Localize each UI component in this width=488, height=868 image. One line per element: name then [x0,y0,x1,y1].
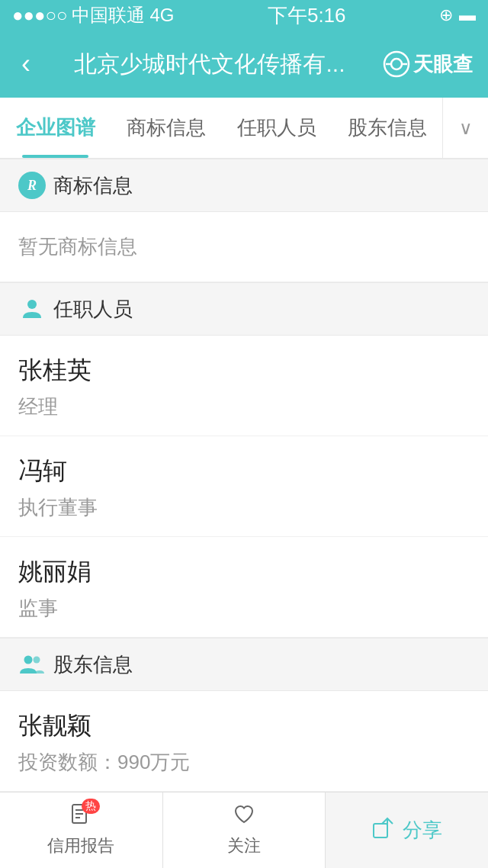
tab-trademark[interactable]: 商标信息 [111,98,221,158]
follow-icon [233,803,255,831]
person-item: 冯轲 执行董事 [0,436,488,537]
shareholders-section-header: 股东信息 [0,638,488,691]
back-button[interactable]: ‹ [15,47,37,81]
shareholder-name: 张靓颖 [18,709,470,743]
shareholders-section-title: 股东信息 [53,651,133,678]
nav-follow[interactable]: 关注 [163,792,326,868]
trademark-section-header: R 商标信息 [0,159,488,212]
person-role: 执行董事 [18,494,470,521]
share-button[interactable]: 分享 [326,792,488,868]
shareholders-svg [18,652,46,677]
personnel-section-header: 任职人员 [0,282,488,336]
network-type: 4G [149,5,174,26]
person-name: 姚丽娟 [18,555,470,589]
shareholder-item: 张靓颖 投资数额：990万元 [0,691,488,792]
shareholders-icon [18,651,46,678]
trademark-section-title: 商标信息 [53,172,133,199]
tianyancha-text: 天眼查 [413,51,473,78]
personnel-icon [18,295,46,323]
share-svg [372,816,395,839]
svg-point-6 [34,657,40,664]
person-name: 张桂英 [18,354,470,387]
share-icon [372,816,395,844]
tabs-more-button[interactable]: ∨ [442,98,488,158]
person-item: 姚丽娟 监事 [0,537,488,638]
heart-icon [233,803,255,826]
status-right: ⊕ ▬ [439,5,476,25]
svg-rect-11 [374,824,387,837]
shareholder-investment: 投资数额：990万元 [18,749,470,776]
tab-personnel[interactable]: 任职人员 [221,98,332,158]
person-svg [20,297,44,321]
tianyancha-icon [383,50,410,78]
status-time: 下午5:16 [268,2,346,29]
share-label: 分享 [403,817,442,844]
content-area: R 商标信息 暂无商标信息 任职人员 张桂英 经理 冯轲 执行董事 姚丽娟 监事 [0,159,488,868]
battery-icon: ▬ [459,5,476,25]
trademark-empty: 暂无商标信息 [0,212,488,282]
hot-badge: 热 [82,799,100,814]
svg-point-4 [27,300,37,309]
header: ‹ 北京少城时代文化传播有... 天眼查 [0,31,488,98]
status-bar: ●●●○○ 中国联通 4G 下午5:16 ⊕ ▬ [0,0,488,31]
tab-shareholders[interactable]: 股东信息 [332,98,442,158]
trademark-icon: R [18,172,46,199]
person-role: 经理 [18,394,470,420]
signal-dots: ●●●○○ [12,5,67,26]
svg-point-1 [391,59,402,69]
nav-credit-report[interactable]: 热 信用报告 [0,792,163,868]
screen-rotation-icon: ⊕ [439,5,453,25]
person-item: 张桂英 经理 [0,336,488,436]
person-name: 冯轲 [18,455,470,488]
person-role: 监事 [18,595,470,622]
tianyancha-logo: 天眼查 [383,50,473,78]
carrier: 中国联通 [72,3,145,27]
bottom-nav: 热 信用报告 关注 分享 [0,792,488,868]
tabs-bar: 企业图谱 商标信息 任职人员 股东信息 ∨ [0,98,488,159]
signal-area: ●●●○○ 中国联通 4G [12,3,175,27]
credit-report-icon: 热 [69,803,92,831]
credit-report-label: 信用报告 [47,834,114,857]
follow-label: 关注 [227,834,261,857]
page-title: 北京少城时代文化传播有... [46,49,374,80]
svg-point-5 [24,656,33,664]
tab-enterprise-map[interactable]: 企业图谱 [0,98,111,158]
personnel-section-title: 任职人员 [53,296,133,323]
